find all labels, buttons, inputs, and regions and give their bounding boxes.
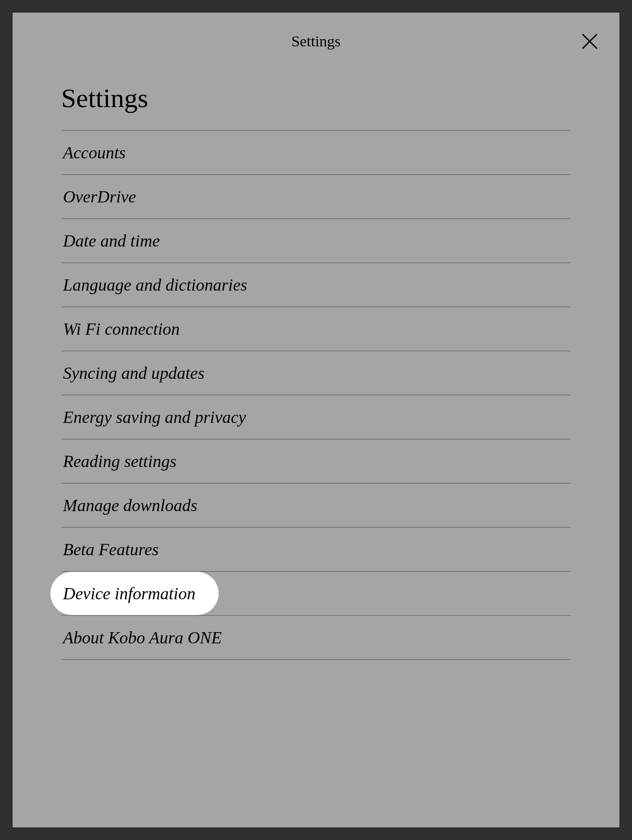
settings-screen: Settings Settings Accounts OverDrive Dat… (13, 13, 619, 827)
settings-item-manage-downloads[interactable]: Manage downloads (61, 484, 571, 528)
settings-item-wifi[interactable]: Wi Fi connection (61, 307, 571, 351)
settings-item-about[interactable]: About Kobo Aura ONE (61, 616, 571, 660)
settings-item-label: Date and time (61, 219, 160, 262)
settings-item-syncing[interactable]: Syncing and updates (61, 351, 571, 395)
settings-item-label: Wi Fi connection (61, 307, 180, 350)
settings-item-label: Beta Features (61, 528, 159, 571)
settings-item-label: Device information (50, 572, 219, 615)
settings-item-overdrive[interactable]: OverDrive (61, 175, 571, 219)
settings-item-label: Syncing and updates (61, 351, 205, 395)
settings-item-language-dictionaries[interactable]: Language and dictionaries (61, 263, 571, 307)
settings-item-beta-features[interactable]: Beta Features (61, 528, 571, 572)
content: Settings Accounts OverDrive Date and tim… (13, 70, 619, 660)
header-title: Settings (291, 33, 341, 50)
settings-item-label: OverDrive (61, 175, 136, 218)
close-button[interactable] (579, 31, 601, 52)
settings-item-device-information[interactable]: Device information (61, 572, 571, 616)
settings-item-accounts[interactable]: Accounts (61, 131, 571, 175)
settings-list: Accounts OverDrive Date and time Languag… (61, 131, 571, 660)
settings-item-label: About Kobo Aura ONE (61, 616, 222, 659)
settings-item-energy-privacy[interactable]: Energy saving and privacy (61, 395, 571, 440)
header: Settings (13, 13, 619, 70)
settings-item-date-time[interactable]: Date and time (61, 219, 571, 263)
settings-item-label: Reading settings (61, 440, 176, 483)
close-icon (581, 32, 599, 50)
settings-item-label: Energy saving and privacy (61, 395, 246, 439)
settings-item-label: Language and dictionaries (61, 263, 247, 306)
settings-item-reading[interactable]: Reading settings (61, 440, 571, 484)
settings-item-label: Manage downloads (61, 484, 197, 527)
settings-item-label: Accounts (61, 131, 126, 174)
page-title: Settings (61, 70, 571, 131)
